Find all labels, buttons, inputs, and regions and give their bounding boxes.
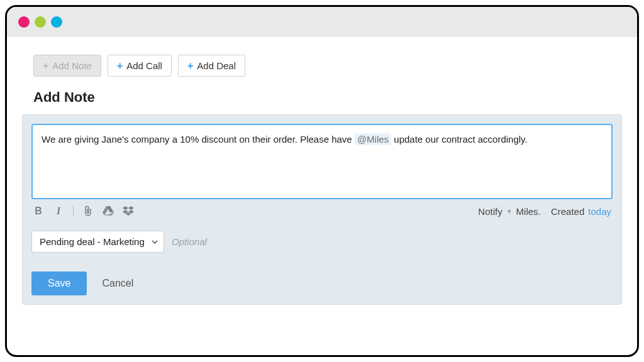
content-area: + Add Note + Add Call + Add Deal Add Not… <box>7 37 637 320</box>
plus-icon: + <box>117 61 123 71</box>
attachment-icon[interactable] <box>82 206 94 217</box>
format-tools: B I <box>33 206 134 217</box>
note-text-before: We are giving Jane's company a 10% disco… <box>42 134 355 145</box>
tab-add-note[interactable]: + Add Note <box>33 55 101 77</box>
notify-label: Notify <box>478 206 502 217</box>
note-text-after: update our contract accordingly. <box>391 134 528 145</box>
italic-icon[interactable]: I <box>53 206 64 217</box>
mention-pill[interactable]: @Miles <box>355 133 391 145</box>
save-button[interactable]: Save <box>31 272 87 295</box>
window-titlebar <box>7 7 637 37</box>
note-meta: Notify ▼ Miles. Created today <box>478 206 611 217</box>
deal-row: Pending deal - Marketing Optional <box>31 231 613 253</box>
created-label: Created <box>551 206 584 217</box>
tab-add-deal[interactable]: + Add Deal <box>178 55 245 77</box>
deal-select-wrap: Pending deal - Marketing <box>31 231 164 253</box>
deal-select[interactable]: Pending deal - Marketing <box>31 231 164 253</box>
cancel-button[interactable]: Cancel <box>102 278 133 289</box>
tab-label: Add Note <box>52 60 92 71</box>
window-minimize-dot[interactable] <box>35 16 46 28</box>
note-textarea[interactable]: We are giving Jane's company a 10% disco… <box>31 124 613 199</box>
window-close-dot[interactable] <box>18 16 30 28</box>
optional-label: Optional <box>172 236 207 247</box>
created-date-link[interactable]: today <box>588 206 611 217</box>
plus-icon: + <box>187 61 193 71</box>
app-window: + Add Note + Add Call + Add Deal Add Not… <box>5 5 639 357</box>
note-panel: We are giving Jane's company a 10% disco… <box>22 114 622 305</box>
notify-value: Miles. <box>516 206 541 217</box>
tab-label: Add Call <box>126 60 162 71</box>
chevron-down-icon[interactable]: ▼ <box>506 208 513 215</box>
tab-add-call[interactable]: + Add Call <box>108 55 172 77</box>
bold-icon[interactable]: B <box>33 206 44 217</box>
dropbox-icon[interactable] <box>123 206 134 217</box>
window-maximize-dot[interactable] <box>51 16 62 28</box>
action-row: Save Cancel <box>31 272 613 295</box>
google-drive-icon[interactable] <box>103 206 114 217</box>
page-title: Add Note <box>33 89 622 106</box>
editor-toolbar: B I <box>31 206 613 217</box>
toolbar-divider <box>73 206 74 217</box>
tab-label: Add Deal <box>197 60 236 71</box>
tab-bar: + Add Note + Add Call + Add Deal <box>33 55 622 77</box>
plus-icon: + <box>43 61 48 71</box>
